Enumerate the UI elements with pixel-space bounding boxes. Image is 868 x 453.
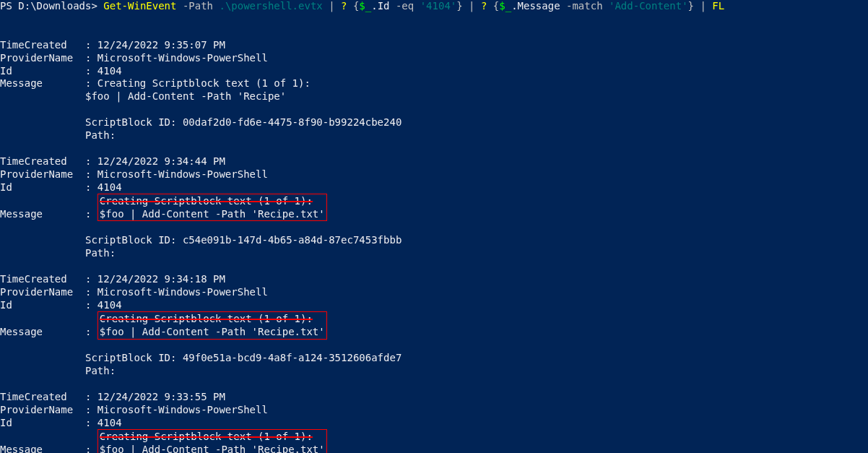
message-line2: $foo | Add-Content -Path 'Recipe.txt' bbox=[100, 444, 325, 453]
event-row: Message : Creating Scriptblock text (1 o… bbox=[0, 430, 868, 453]
scriptblock-id: 49f0e51a-bcd9-4a8f-a124-3512606afde7 bbox=[183, 352, 402, 363]
event-row: TimeCreated : 12/24/2022 9:35:07 PM bbox=[0, 39, 868, 52]
prop-id: .Id bbox=[371, 0, 389, 12]
event-row: $foo | Add-Content -Path 'Recipe' bbox=[0, 90, 868, 103]
value-time: 12/24/2022 9:34:18 PM bbox=[97, 273, 225, 285]
prop-message: .Message bbox=[511, 0, 560, 12]
value-id: 4104 bbox=[97, 65, 122, 77]
label-message: Message bbox=[0, 77, 79, 89]
value-time: 12/24/2022 9:35:07 PM bbox=[97, 39, 225, 51]
scriptblock-id-label: ScriptBlock ID: bbox=[0, 116, 183, 128]
event-row: ProviderName : Microsoft-Windows-PowerSh… bbox=[0, 404, 868, 417]
label-id: Id bbox=[0, 181, 79, 193]
string-literal: '4104' bbox=[420, 0, 457, 12]
label-time: TimeCreated bbox=[0, 155, 79, 167]
pipe: | bbox=[323, 0, 341, 12]
message-line2: $foo | Add-Content -Path 'Recipe.txt' bbox=[100, 208, 325, 220]
label-id: Id bbox=[0, 417, 79, 428]
event-row: ProviderName : Microsoft-Windows-PowerSh… bbox=[0, 52, 868, 65]
param-path: -Path bbox=[176, 0, 213, 12]
fl-cmdlet: FL bbox=[712, 0, 724, 12]
dollar-underscore: $_ bbox=[359, 0, 371, 12]
event-row: ScriptBlock ID: 00daf2d0-fd6e-4475-8f90-… bbox=[0, 116, 868, 129]
value-id: 4104 bbox=[97, 181, 122, 193]
string-literal: 'Add-Content' bbox=[609, 0, 688, 12]
cwd: D:\Downloads> bbox=[18, 0, 103, 12]
message-line1: Creating Scriptblock text (1 of 1): bbox=[100, 313, 313, 324]
label-time: TimeCreated bbox=[0, 273, 79, 285]
scriptblock-id: c54e091b-147d-4b65-a84d-87ec7453fbbb bbox=[183, 234, 402, 246]
where-alias: ? bbox=[341, 0, 347, 12]
value-id: 4104 bbox=[97, 299, 122, 311]
label-message: Message bbox=[0, 444, 79, 453]
highlight-annotation: Creating Scriptblock text (1 of 1):$foo … bbox=[97, 194, 327, 222]
value-time: 12/24/2022 9:34:44 PM bbox=[97, 155, 225, 167]
path-line: Path: bbox=[0, 365, 116, 376]
ps-prefix: PS bbox=[0, 0, 18, 12]
label-id: Id bbox=[0, 65, 79, 77]
value-time: 12/24/2022 9:33:55 PM bbox=[97, 391, 225, 402]
event-row: Path: bbox=[0, 365, 868, 378]
brace-close: } bbox=[456, 0, 462, 12]
message-line1: Creating Scriptblock text (1 of 1): bbox=[100, 195, 313, 207]
dollar-underscore: $_ bbox=[499, 0, 511, 12]
label-message: Message bbox=[0, 326, 79, 337]
event-row: Path: bbox=[0, 129, 868, 142]
value-provider: Microsoft-Windows-PowerShell bbox=[97, 168, 268, 180]
event-row: Path: bbox=[0, 247, 868, 260]
event-row: Message : Creating Scriptblock text (1 o… bbox=[0, 77, 868, 90]
event-row: Message : Creating Scriptblock text (1 o… bbox=[0, 312, 868, 340]
powershell-terminal[interactable]: PS D:\Downloads> Get-WinEvent -Path .\po… bbox=[0, 0, 868, 453]
event-row: Message : Creating Scriptblock text (1 o… bbox=[0, 194, 868, 222]
event-row: TimeCreated : 12/24/2022 9:33:55 PM bbox=[0, 391, 868, 404]
op-eq: -eq bbox=[390, 0, 420, 12]
event-row: ProviderName : Microsoft-Windows-PowerSh… bbox=[0, 168, 868, 181]
pipe: | bbox=[463, 0, 481, 12]
event-row: ScriptBlock ID: c54e091b-147d-4b65-a84d-… bbox=[0, 234, 868, 247]
path-arg: .\powershell.evtx bbox=[213, 0, 323, 12]
event-row: Id : 4104 bbox=[0, 299, 868, 312]
event-row: TimeCreated : 12/24/2022 9:34:18 PM bbox=[0, 273, 868, 286]
value-provider: Microsoft-Windows-PowerShell bbox=[97, 404, 268, 415]
event-row: Id : 4104 bbox=[0, 417, 868, 430]
label-id: Id bbox=[0, 299, 79, 311]
op-match: -match bbox=[560, 0, 609, 12]
event-row: ScriptBlock ID: 49f0e51a-bcd9-4a8f-a124-… bbox=[0, 352, 868, 365]
message-line1: Creating Scriptblock text (1 of 1): bbox=[100, 431, 313, 442]
highlight-annotation: Creating Scriptblock text (1 of 1):$foo … bbox=[97, 311, 327, 340]
value-provider: Microsoft-Windows-PowerShell bbox=[97, 52, 268, 64]
message-line2: $foo | Add-Content -Path 'Recipe' bbox=[85, 90, 286, 102]
pipe: | bbox=[694, 0, 712, 12]
cmdlet: Get-WinEvent bbox=[103, 0, 176, 12]
brace-open: { bbox=[487, 0, 499, 12]
message-line1: Creating Scriptblock text (1 of 1): bbox=[97, 77, 311, 89]
path-line: Path: bbox=[0, 247, 116, 259]
value-provider: Microsoft-Windows-PowerShell bbox=[97, 286, 268, 298]
brace-close: } bbox=[688, 0, 694, 12]
label-provider: ProviderName bbox=[0, 52, 79, 64]
label-time: TimeCreated bbox=[0, 391, 79, 402]
scriptblock-id-label: ScriptBlock ID: bbox=[0, 352, 183, 363]
label-provider: ProviderName bbox=[0, 168, 79, 180]
scriptblock-id-label: ScriptBlock ID: bbox=[0, 234, 183, 246]
label-message: Message bbox=[0, 208, 79, 220]
message-line2: $foo | Add-Content -Path 'Recipe.txt' bbox=[100, 326, 325, 337]
scriptblock-id: 00daf2d0-fd6e-4475-8f90-b99224cbe240 bbox=[183, 116, 402, 128]
label-provider: ProviderName bbox=[0, 286, 79, 298]
highlight-annotation: Creating Scriptblock text (1 of 1):$foo … bbox=[97, 429, 327, 453]
event-row: TimeCreated : 12/24/2022 9:34:44 PM bbox=[0, 155, 868, 168]
event-row: ProviderName : Microsoft-Windows-PowerSh… bbox=[0, 286, 868, 299]
path-line: Path: bbox=[0, 129, 116, 141]
command-line: PS D:\Downloads> Get-WinEvent -Path .\po… bbox=[0, 0, 868, 13]
label-provider: ProviderName bbox=[0, 404, 79, 415]
event-row: Id : 4104 bbox=[0, 181, 868, 194]
label-time: TimeCreated bbox=[0, 39, 79, 51]
value-id: 4104 bbox=[97, 417, 122, 428]
brace-open: { bbox=[347, 0, 360, 12]
event-row: Id : 4104 bbox=[0, 65, 868, 78]
